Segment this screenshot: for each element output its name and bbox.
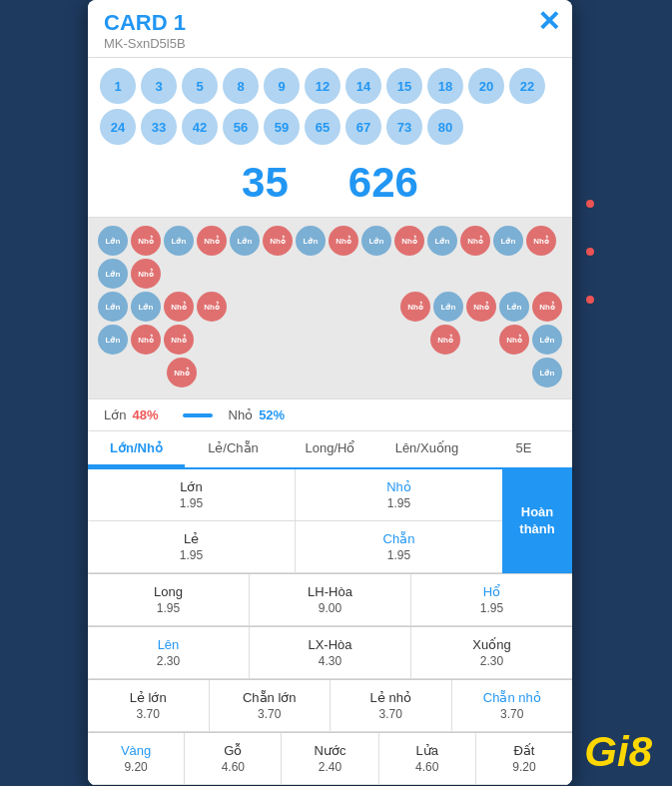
tab-long-ho[interactable]: Long/Hổ: [282, 431, 378, 467]
bet-ho[interactable]: Hổ 1.95: [411, 574, 572, 626]
ball-18: 18: [427, 68, 463, 104]
bet-inner-1: Lớn 1.95 Nhỏ 1.95 Lẻ 1.95: [88, 469, 572, 573]
ball-24: 24: [100, 109, 136, 145]
bubble: Nhỏ: [430, 325, 460, 355]
lon-pct: 48%: [132, 407, 158, 422]
ball-73: 73: [386, 109, 422, 145]
bubble: Lớn: [98, 226, 128, 256]
bubble: Nhỏ: [164, 325, 194, 355]
card-modal: CARD 1 MK-SxnD5l5B ✕ 1 3 5 8 9 12 14 15 …: [88, 0, 572, 785]
tab-lon-nho[interactable]: Lớn/Nhỏ: [88, 431, 185, 467]
nho-label: Nhỏ: [229, 407, 254, 422]
tab-len-xuong[interactable]: Lên/Xuống: [378, 431, 475, 467]
go-label: Gỗ: [224, 743, 242, 758]
stat-35: 35: [242, 159, 289, 207]
pct-bar: [183, 413, 213, 417]
bubble: Lớn: [427, 226, 457, 256]
bet-nuoc[interactable]: Nước 2.40: [282, 733, 378, 785]
dat-label: Đất: [513, 743, 534, 758]
vang-label: Vàng: [121, 743, 151, 758]
bubble-row-4: Nhỏ Lớn: [98, 358, 562, 388]
close-button[interactable]: ✕: [537, 8, 560, 36]
bubble: Nhỏ: [197, 226, 227, 256]
ball-12: 12: [305, 68, 340, 104]
bet-row-long: Long 1.95 LH-Hòa 9.00 Hổ 1.95: [88, 574, 572, 627]
tab-5e[interactable]: 5E: [475, 431, 572, 467]
vang-value: 9.20: [124, 760, 147, 774]
ho-label: Hổ: [483, 584, 500, 599]
bet-lx-hoa[interactable]: LX-Hòa 4.30: [250, 627, 411, 679]
bubble: Nhỏ: [460, 226, 490, 256]
hoanthanh-button[interactable]: Hoàn thành: [502, 469, 572, 573]
bet-lua[interactable]: Lửa 4.60: [379, 733, 476, 785]
lon-bet-value: 1.95: [180, 496, 203, 510]
chan-nho-label: Chẵn nhỏ: [483, 690, 541, 705]
bet-le-lon[interactable]: Lẻ lớn 3.70: [88, 680, 210, 732]
bet-xuong[interactable]: Xuống 2.30: [411, 627, 572, 679]
side-indicators: [586, 200, 594, 304]
bubble: Nhỏ: [526, 226, 556, 256]
bubble-row-1: Lớn Nhỏ Lớn Nhỏ Lớn Nhỏ Lớn Nhỏ Lớn Nhỏ …: [98, 226, 562, 289]
bubble: Lớn: [98, 292, 128, 322]
percentage-row: Lớn 48% Nhỏ 52%: [88, 398, 572, 431]
stats-row: 35 626: [88, 151, 572, 218]
bet-section-1: Lớn 1.95 Nhỏ 1.95 Lẻ 1.95: [88, 469, 572, 574]
le-bet-value: 1.95: [180, 548, 203, 562]
bubble: Nhỏ: [263, 226, 293, 256]
bet-dat[interactable]: Đất 9.20: [476, 733, 572, 785]
len-value: 2.30: [157, 654, 180, 668]
xuong-label: Xuống: [472, 637, 510, 652]
go-value: 4.60: [222, 760, 245, 774]
dat-value: 9.20: [512, 760, 535, 774]
bet-chan-lon[interactable]: Chẵn lớn 3.70: [210, 680, 332, 732]
bet-lh-hoa[interactable]: LH-Hòa 9.00: [250, 574, 411, 626]
bet-vang[interactable]: Vàng 9.20: [88, 733, 185, 785]
betting-grid: Lớn 1.95 Nhỏ 1.95 Lẻ 1.95: [88, 469, 572, 785]
lon-bet-label: Lớn: [180, 479, 202, 494]
nho-pct: 52%: [259, 407, 285, 422]
bet-nho[interactable]: Nhỏ 1.95: [296, 469, 502, 521]
len-label: Lên: [158, 637, 180, 652]
bet-le-nho[interactable]: Lẻ nhỏ 3.70: [331, 680, 452, 732]
ball-20: 20: [468, 68, 504, 104]
le-nho-label: Lẻ nhỏ: [370, 690, 411, 705]
le-lon-label: Lẻ lớn: [130, 690, 167, 705]
ball-1: 1: [100, 68, 136, 104]
bet-chan-nho[interactable]: Chẵn nhỏ 3.70: [452, 680, 573, 732]
lx-hoa-value: 4.30: [319, 654, 341, 668]
stat-626: 626: [348, 159, 418, 207]
bubble: Nhỏ: [394, 226, 424, 256]
card-subtitle: MK-SxnD5l5B: [104, 36, 556, 51]
bet-long[interactable]: Long 1.95: [88, 574, 250, 626]
bubble: Lớn: [164, 226, 194, 256]
bet-le[interactable]: Lẻ 1.95: [88, 521, 296, 573]
bubble: Nhỏ: [131, 259, 161, 289]
bubble: Nhỏ: [466, 292, 496, 322]
nho-bet-value: 1.95: [387, 496, 410, 510]
lh-hoa-label: LH-Hòa: [308, 584, 352, 599]
bet-row-elements: Vàng 9.20 Gỗ 4.60 Nước 2.40 Lửa 4.60 Đất…: [88, 733, 572, 785]
ball-15: 15: [386, 68, 422, 104]
bubble: Nhỏ: [167, 358, 197, 388]
bet-lon[interactable]: Lớn 1.95: [88, 469, 296, 521]
ho-value: 1.95: [480, 601, 503, 615]
tab-le-chan[interactable]: Lẻ/Chẵn: [185, 431, 282, 467]
ball-33: 33: [141, 109, 177, 145]
bubble: Nhỏ: [131, 226, 161, 256]
bet-chan[interactable]: Chẵn 1.95: [296, 521, 502, 573]
bet-len[interactable]: Lên 2.30: [88, 627, 250, 679]
bubble: Lớn: [98, 325, 128, 355]
nho-bet-label: Nhỏ: [386, 479, 411, 494]
chan-nho-value: 3.70: [500, 707, 523, 721]
ball-42: 42: [182, 109, 218, 145]
bubble: Lớn: [361, 226, 391, 256]
bet-row-le-lon: Lẻ lớn 3.70 Chẵn lớn 3.70 Lẻ nhỏ 3.70 Ch…: [88, 680, 572, 733]
bubble: Lớn: [532, 325, 562, 355]
bubble: Nhỏ: [532, 292, 562, 322]
lua-value: 4.60: [415, 760, 438, 774]
gi8-logo: Gi8: [584, 728, 652, 776]
bet-go[interactable]: Gỗ 4.60: [185, 733, 282, 785]
ball-56: 56: [223, 109, 259, 145]
long-label: Long: [154, 584, 183, 599]
ball-22: 22: [509, 68, 545, 104]
